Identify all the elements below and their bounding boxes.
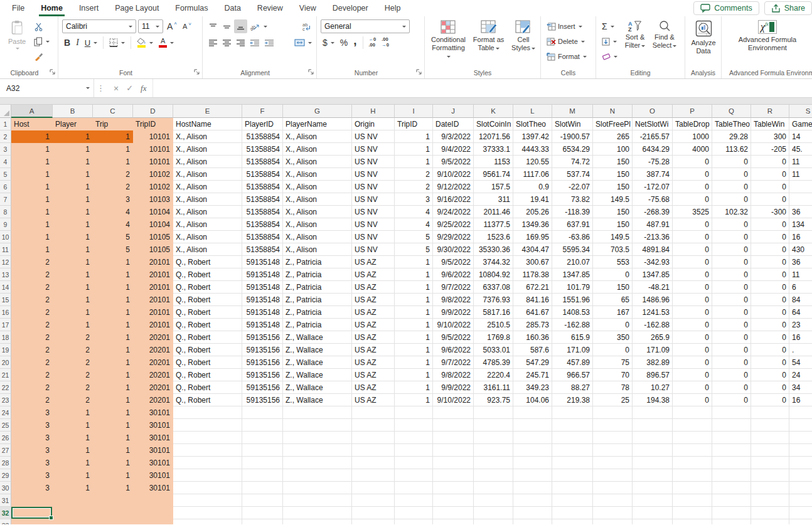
cell-A20[interactable]: 2 bbox=[11, 356, 53, 369]
cell-A31[interactable] bbox=[11, 494, 53, 507]
cell-I33[interactable] bbox=[395, 519, 433, 524]
tab-home[interactable]: Home bbox=[33, 0, 71, 16]
cell-K21[interactable]: 2220.4 bbox=[474, 369, 513, 381]
cell-M31[interactable] bbox=[552, 494, 593, 507]
cell-Q8[interactable]: 102.32 bbox=[712, 206, 751, 218]
cell-K3[interactable]: 37333.1 bbox=[474, 143, 513, 156]
cell-D21[interactable]: 20201 bbox=[133, 369, 173, 381]
row-header-23[interactable]: 23 bbox=[0, 394, 11, 406]
cell-G1[interactable]: PlayerName bbox=[283, 118, 352, 130]
cell-L27[interactable] bbox=[513, 444, 552, 457]
find-select-button[interactable]: Find & Select bbox=[651, 19, 678, 50]
cell-D3[interactable]: 10101 bbox=[133, 143, 173, 156]
tab-page-layout[interactable]: Page Layout bbox=[107, 0, 167, 16]
cell-N25[interactable] bbox=[593, 419, 633, 432]
cell-F23[interactable]: 59135156 bbox=[242, 394, 283, 406]
cell-K22[interactable]: 3161.11 bbox=[474, 381, 513, 394]
cell-N28[interactable] bbox=[593, 457, 633, 469]
cell-B13[interactable]: 1 bbox=[53, 268, 93, 281]
cell-S19[interactable]: . bbox=[789, 344, 812, 356]
cell-I4[interactable]: 1 bbox=[395, 156, 433, 168]
cell-L30[interactable] bbox=[513, 482, 552, 494]
cell-A6[interactable]: 1 bbox=[11, 181, 53, 193]
cell-N3[interactable]: 100 bbox=[593, 143, 633, 156]
cell-E28[interactable] bbox=[173, 457, 242, 469]
format-painter-button[interactable] bbox=[32, 50, 51, 63]
cell-G25[interactable] bbox=[283, 419, 352, 432]
cell-I23[interactable]: 1 bbox=[395, 394, 433, 406]
cell-K16[interactable]: 5817.16 bbox=[474, 306, 513, 319]
cell-J5[interactable]: 9/10/2022 bbox=[433, 168, 474, 181]
cell-N11[interactable]: 703.5 bbox=[593, 243, 633, 256]
cell-R16[interactable]: 0 bbox=[751, 306, 789, 319]
cell-I3[interactable]: 1 bbox=[395, 143, 433, 156]
cell-K33[interactable] bbox=[474, 519, 513, 524]
cell-E18[interactable]: Q., Robert bbox=[173, 331, 242, 344]
cell-G14[interactable]: Z., Patricia bbox=[283, 281, 352, 294]
cell-E12[interactable]: Q., Robert bbox=[173, 256, 242, 268]
cell-O18[interactable]: 265.9 bbox=[633, 331, 673, 344]
cell-D10[interactable]: 10105 bbox=[133, 231, 173, 243]
cell-I8[interactable]: 4 bbox=[395, 206, 433, 218]
cell-A29[interactable]: 3 bbox=[11, 469, 53, 482]
cell-M3[interactable]: 6534.29 bbox=[552, 143, 593, 156]
row-header-28[interactable]: 28 bbox=[0, 457, 11, 469]
cell-O6[interactable]: -172.07 bbox=[633, 181, 673, 193]
cell-R26[interactable] bbox=[751, 432, 789, 444]
cell-M12[interactable]: 210.07 bbox=[552, 256, 593, 268]
cell-A9[interactable]: 1 bbox=[11, 218, 53, 231]
cell-P3[interactable]: 4000 bbox=[673, 143, 712, 156]
cell-C15[interactable]: 1 bbox=[93, 294, 133, 306]
cell-D15[interactable]: 20101 bbox=[133, 294, 173, 306]
cell-Q20[interactable]: 0 bbox=[712, 356, 751, 369]
cell-B4[interactable]: 1 bbox=[53, 156, 93, 168]
cut-button[interactable] bbox=[32, 19, 51, 33]
cell-A16[interactable]: 2 bbox=[11, 306, 53, 319]
cell-K10[interactable]: 1523.6 bbox=[474, 231, 513, 243]
cell-R32[interactable] bbox=[751, 507, 789, 519]
cell-K25[interactable] bbox=[474, 419, 513, 432]
cell-S27[interactable] bbox=[789, 444, 812, 457]
cell-Q7[interactable]: 0 bbox=[712, 193, 751, 206]
wrap-text-button[interactable]: abc bbox=[300, 19, 314, 33]
cell-B32[interactable] bbox=[53, 507, 93, 519]
cell-E4[interactable]: X., Alison bbox=[173, 156, 242, 168]
cell-H30[interactable] bbox=[352, 482, 395, 494]
cell-M29[interactable] bbox=[552, 469, 593, 482]
cell-J9[interactable]: 9/25/2022 bbox=[433, 218, 474, 231]
cell-K8[interactable]: 2011.46 bbox=[474, 206, 513, 218]
cell-B27[interactable]: 1 bbox=[53, 444, 93, 457]
cell-D22[interactable]: 20201 bbox=[133, 381, 173, 394]
cell-M33[interactable] bbox=[552, 519, 593, 524]
cell-F11[interactable]: 51358854 bbox=[242, 243, 283, 256]
cell-B2[interactable]: 1 bbox=[53, 130, 93, 143]
cell-K31[interactable] bbox=[474, 494, 513, 507]
cell-Q6[interactable]: 0 bbox=[712, 181, 751, 193]
cell-P31[interactable] bbox=[673, 494, 712, 507]
comments-button[interactable]: Comments bbox=[693, 1, 759, 15]
cell-N23[interactable]: 25 bbox=[593, 394, 633, 406]
cell-R11[interactable]: 0 bbox=[751, 243, 789, 256]
cell-A5[interactable]: 1 bbox=[11, 168, 53, 181]
cell-A13[interactable]: 2 bbox=[11, 268, 53, 281]
row-header-14[interactable]: 14 bbox=[0, 281, 11, 294]
cancel-formula-icon[interactable]: × bbox=[114, 83, 119, 93]
cell-M32[interactable] bbox=[552, 507, 593, 519]
cell-O15[interactable]: 1486.96 bbox=[633, 294, 673, 306]
cell-O14[interactable]: -48.21 bbox=[633, 281, 673, 294]
cell-N15[interactable]: 65 bbox=[593, 294, 633, 306]
cell-N17[interactable]: 0 bbox=[593, 319, 633, 331]
cell-J3[interactable]: 9/4/2022 bbox=[433, 143, 474, 156]
cell-G2[interactable]: X., Alison bbox=[283, 130, 352, 143]
cell-J19[interactable]: 9/6/2022 bbox=[433, 344, 474, 356]
cell-S20[interactable]: 54 bbox=[789, 356, 812, 369]
cell-K1[interactable]: SlotCoinIn bbox=[474, 118, 513, 130]
col-header-P[interactable]: P bbox=[673, 105, 712, 118]
cell-I19[interactable]: 1 bbox=[395, 344, 433, 356]
cell-S29[interactable] bbox=[789, 469, 812, 482]
cell-R4[interactable]: 0 bbox=[751, 156, 789, 168]
cell-C3[interactable]: 1 bbox=[93, 143, 133, 156]
cell-M7[interactable]: 73.82 bbox=[552, 193, 593, 206]
cell-H26[interactable] bbox=[352, 432, 395, 444]
cell-C24[interactable]: 1 bbox=[93, 406, 133, 419]
